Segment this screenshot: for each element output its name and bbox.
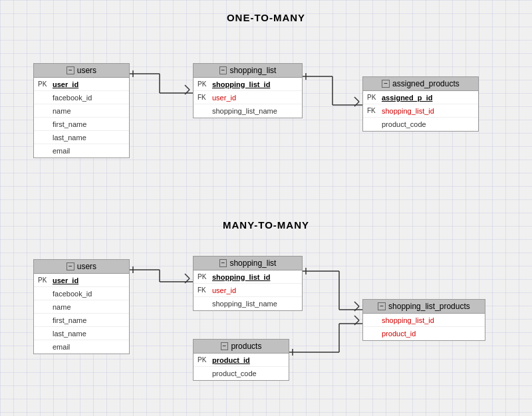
- mtm-shopping-list-header: − shopping_list: [194, 257, 302, 270]
- mtm-products-row-code: product_code: [194, 367, 289, 380]
- mtm-products-collapse[interactable]: −: [221, 342, 229, 350]
- mtm-users-table: − users PK user_id facebook_id name firs…: [33, 259, 130, 354]
- otm-users-table: − users PK user_id facebook_id name firs…: [33, 63, 130, 158]
- otm-users-row-email: email: [34, 144, 129, 157]
- otm-users-row-name: name: [34, 104, 129, 118]
- mtm-users-row-email: email: [34, 340, 129, 354]
- mtm-users-row-last_name: last_name: [34, 327, 129, 340]
- otm-users-row-first_name: first_name: [34, 118, 129, 131]
- mtm-shopping-list-row-id: PK shopping_list_id: [194, 270, 302, 284]
- svg-line-5: [185, 90, 190, 94]
- mtm-slp-row-product_id: product_id: [363, 327, 485, 340]
- mtm-shopping-list-collapse[interactable]: −: [219, 259, 227, 267]
- otm-assigned-products-row-code: product_code: [363, 118, 478, 131]
- svg-line-18: [185, 278, 190, 283]
- mtm-users-row-name: name: [34, 300, 129, 314]
- otm-users-row-last_name: last_name: [34, 131, 129, 144]
- mtm-users-collapse[interactable]: −: [66, 262, 74, 270]
- one-to-many-title: ONE-TO-MANY: [0, 12, 532, 23]
- otm-assigned-products-table: − assigned_products PK assigned_p_id FK …: [362, 76, 479, 132]
- mtm-products-header: − products: [194, 340, 289, 354]
- mtm-shopping-list-row-name: shopping_list_name: [194, 297, 302, 310]
- svg-line-11: [354, 97, 359, 102]
- otm-shopping-list-collapse[interactable]: −: [219, 66, 227, 74]
- svg-line-17: [185, 274, 190, 278]
- mtm-users-header: − users: [34, 260, 129, 274]
- svg-line-4: [185, 85, 190, 90]
- mtm-users-row-user_id: PK user_id: [34, 274, 129, 287]
- svg-line-24: [354, 306, 359, 311]
- otm-assigned-products-header: − assigned_products: [363, 77, 478, 91]
- mtm-products-table: − products PK product_id product_code: [193, 339, 289, 381]
- otm-shopping-list-row-user_id: FK user_id: [194, 91, 302, 104]
- otm-shopping-list-table: − shopping_list PK shopping_list_id FK u…: [193, 63, 303, 118]
- otm-assigned-products-row-list_id: FK shopping_list_id: [363, 104, 478, 118]
- otm-users-header: − users: [34, 64, 129, 78]
- otm-shopping-list-header: − shopping_list: [194, 64, 302, 78]
- many-to-many-title: MANY-TO-MANY: [0, 219, 532, 231]
- mtm-slp-collapse[interactable]: −: [378, 302, 386, 310]
- mtm-products-row-id: PK product_id: [194, 354, 289, 367]
- mtm-shopping-list-products-header: − shopping_list_products: [363, 300, 485, 314]
- svg-line-23: [354, 302, 359, 306]
- svg-line-30: [354, 320, 359, 325]
- mtm-users-row-facebook_id: facebook_id: [34, 287, 129, 300]
- otm-shopping-list-row-name: shopping_list_name: [194, 104, 302, 118]
- otm-assigned-products-collapse[interactable]: −: [382, 80, 390, 88]
- otm-users-row-user_id: PK user_id: [34, 78, 129, 91]
- mtm-slp-row-list_id: shopping_list_id: [363, 314, 485, 327]
- svg-line-29: [354, 316, 359, 320]
- otm-shopping-list-row-id: PK shopping_list_id: [194, 78, 302, 91]
- otm-users-collapse[interactable]: −: [66, 66, 74, 74]
- svg-line-12: [354, 102, 359, 106]
- mtm-users-row-first_name: first_name: [34, 314, 129, 327]
- mtm-shopping-list-products-table: − shopping_list_products shopping_list_i…: [362, 299, 485, 341]
- mtm-shopping-list-row-user_id: FK user_id: [194, 284, 302, 297]
- otm-users-row-facebook_id: facebook_id: [34, 91, 129, 104]
- otm-assigned-products-row-id: PK assigned_p_id: [363, 91, 478, 104]
- mtm-shopping-list-table: − shopping_list PK shopping_list_id FK u…: [193, 256, 303, 311]
